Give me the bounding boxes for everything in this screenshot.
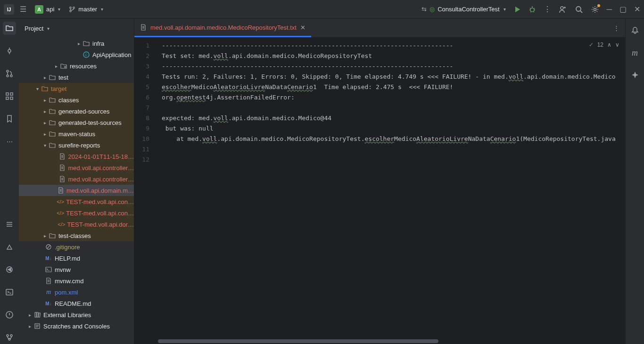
tree-chevron-icon[interactable]: ▸ xyxy=(41,131,48,137)
tree-chevron-icon[interactable]: ▾ xyxy=(41,143,48,148)
editor-body[interactable]: 123456789101112 ------------------------… xyxy=(134,38,625,338)
run-config-selector[interactable]: ⇆ ◎ ConsultaControllerTest ▾ xyxy=(421,6,506,13)
chevron-down-icon: ▾ xyxy=(101,7,103,12)
maximize-icon[interactable]: ▢ xyxy=(619,5,627,14)
svg-point-20 xyxy=(7,335,8,336)
run-button[interactable] xyxy=(513,6,521,13)
vcs-branch[interactable]: master ▾ xyxy=(69,6,103,13)
tree-node-label: resources xyxy=(70,63,97,70)
tree-item[interactable]: ▸infra xyxy=(19,38,134,49)
tree-chevron-icon[interactable]: ▸ xyxy=(41,233,48,238)
tree-node-icon xyxy=(33,311,41,318)
tab-menu-icon[interactable]: ⋮ xyxy=(608,19,625,37)
tree-item[interactable]: ▸classes xyxy=(19,94,134,106)
horizontal-scrollbar[interactable] xyxy=(158,338,625,344)
close-tab-icon[interactable]: ✕ xyxy=(300,24,305,31)
tree-node-icon xyxy=(48,97,57,103)
commit-tool-icon[interactable] xyxy=(3,44,16,57)
file-icon xyxy=(140,24,147,31)
tree-chevron-icon[interactable]: ▸ xyxy=(26,324,33,329)
line-numbers: 123456789101112 xyxy=(134,38,158,338)
tree-item[interactable]: </>TEST-med.voll.api.con… xyxy=(19,207,134,219)
tree-chevron-icon[interactable]: ▸ xyxy=(41,75,48,80)
project-panel: Project ▾ ▸infraCApiApplication▸resource… xyxy=(19,19,134,344)
bookmarks-tool-icon[interactable] xyxy=(3,112,16,125)
tree-item[interactable]: mvnw.cmd xyxy=(19,275,134,287)
tree-node-icon xyxy=(48,119,57,126)
code-content[interactable]: ----------------------------------------… xyxy=(158,38,625,338)
project-name: api xyxy=(46,6,54,13)
pull-requests-icon[interactable] xyxy=(3,67,16,80)
settings-icon[interactable] xyxy=(591,5,599,14)
build-tool-icon[interactable] xyxy=(3,240,16,254)
tree-chevron-icon[interactable]: ▸ xyxy=(41,98,48,103)
branch-icon xyxy=(69,6,75,13)
tree-item[interactable]: ▸Scratches and Consoles xyxy=(19,320,134,332)
maven-tool-icon[interactable]: m xyxy=(628,46,642,59)
tree-item[interactable]: CApiApplication xyxy=(19,49,134,60)
problems-tool-icon[interactable] xyxy=(3,308,16,321)
project-selector[interactable]: A api ▾ xyxy=(32,4,63,15)
tree-item[interactable]: ▸generated-sources xyxy=(19,106,134,117)
tree-item[interactable]: ▸generated-test-sources xyxy=(19,117,134,128)
tree-item[interactable]: M↓README.md xyxy=(19,298,134,309)
svg-rect-15 xyxy=(6,97,8,99)
tree-item[interactable]: </>TEST-med.voll.api.dor… xyxy=(19,219,134,230)
minimize-icon[interactable]: ─ xyxy=(607,5,612,14)
app-icon: IJ xyxy=(4,4,14,15)
notifications-tool-icon[interactable] xyxy=(628,24,642,37)
tree-chevron-icon[interactable]: ▸ xyxy=(75,41,82,46)
services-tool-icon[interactable] xyxy=(3,263,16,276)
ai-assistant-icon[interactable] xyxy=(628,69,642,82)
search-icon[interactable] xyxy=(575,5,583,14)
tree-node-label: TEST-med.voll.api.dor… xyxy=(67,221,134,228)
more-tools-icon[interactable]: ⋯ xyxy=(3,135,16,148)
tree-item[interactable]: ▾surefire-reports xyxy=(19,139,134,151)
tree-node-label: infra xyxy=(92,40,104,47)
tree-item[interactable]: med.voll.api.controller… xyxy=(19,162,134,173)
tree-chevron-icon[interactable]: ▸ xyxy=(41,109,48,114)
vcs-tool-icon[interactable] xyxy=(3,331,16,344)
tree-item[interactable]: ▾target xyxy=(19,83,134,94)
tree-item[interactable]: 2024-01-01T11-15-18… xyxy=(19,151,134,162)
terminal-tool-icon[interactable] xyxy=(3,286,16,299)
next-highlight-icon[interactable]: ∨ xyxy=(615,41,619,48)
code-with-me-icon[interactable] xyxy=(559,5,567,14)
debug-button[interactable] xyxy=(528,6,536,13)
svg-point-21 xyxy=(10,335,12,336)
tree-item[interactable]: ▸maven-status xyxy=(19,128,134,139)
tree-item[interactable]: ▸External Libraries xyxy=(19,309,134,320)
tree-chevron-icon[interactable]: ▸ xyxy=(53,64,59,69)
tree-node-label: mvnw xyxy=(55,266,71,273)
branch-name: master xyxy=(78,6,97,13)
tree-chevron-icon[interactable]: ▾ xyxy=(34,86,41,91)
todo-tool-icon[interactable] xyxy=(3,218,16,231)
editor-tab[interactable]: med.voll.api.domain.medico.MedicoReposit… xyxy=(134,19,311,37)
tree-node-label: HELP.md xyxy=(55,255,80,262)
tree-item[interactable]: </>TEST-med.voll.api.con… xyxy=(19,196,134,207)
tree-chevron-icon[interactable]: ▸ xyxy=(26,312,33,318)
main-menu-icon[interactable]: ☰ xyxy=(20,5,26,14)
tree-chevron-icon[interactable]: ▸ xyxy=(41,120,48,125)
tree-item[interactable]: ▸test xyxy=(19,72,134,83)
prev-highlight-icon[interactable]: ∧ xyxy=(607,41,611,48)
tree-node-icon xyxy=(48,142,57,148)
tree-item[interactable]: med.voll.api.controller… xyxy=(19,173,134,185)
scrollbar-thumb[interactable] xyxy=(158,339,438,343)
more-actions-icon[interactable]: ⋮ xyxy=(544,5,551,14)
tree-item[interactable]: .gitignore xyxy=(19,241,134,253)
tree-node-label: generated-test-sources xyxy=(58,119,122,126)
project-tool-icon[interactable] xyxy=(3,22,16,35)
tree-item[interactable]: M↓HELP.md xyxy=(19,253,134,264)
tree-item[interactable]: med.voll.api.domain.m… xyxy=(19,185,134,196)
tree-node-icon: </> xyxy=(57,199,64,205)
tree-item[interactable]: ▸test-classes xyxy=(19,230,134,241)
tree-item[interactable]: mpom.xml xyxy=(19,287,134,298)
tree-item[interactable]: mvnw xyxy=(19,264,134,275)
inspection-widget[interactable]: ✓ 12 ∧ ∨ xyxy=(589,41,619,48)
close-icon[interactable]: ✕ xyxy=(634,5,640,14)
project-tree[interactable]: ▸infraCApiApplication▸resources▸test▾tar… xyxy=(19,38,134,344)
structure-tool-icon[interactable] xyxy=(3,90,16,103)
tree-item[interactable]: ▸resources xyxy=(19,60,134,72)
project-panel-header[interactable]: Project ▾ xyxy=(19,19,134,38)
